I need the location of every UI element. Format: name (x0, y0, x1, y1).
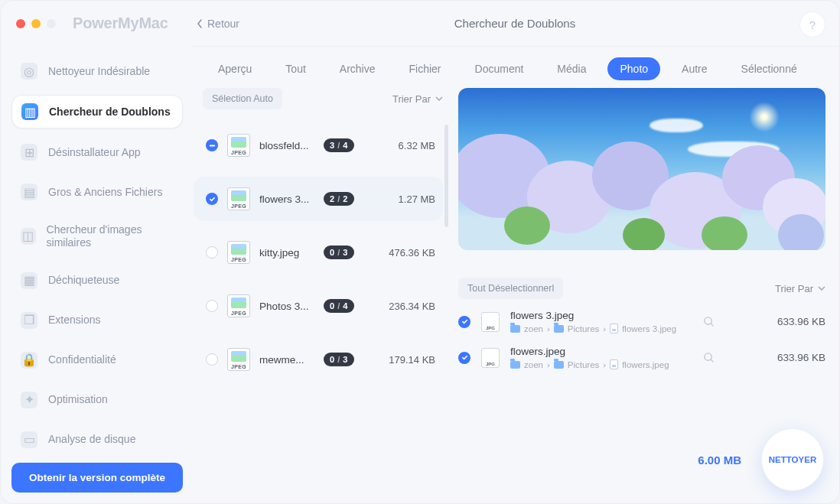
group-checkbox[interactable] (206, 139, 218, 151)
upgrade-button[interactable]: Obtenir la version complète (11, 463, 183, 493)
folder-icon (554, 325, 564, 333)
duplicate-row[interactable]: JPGflowers 3.jpeg zoen › Pictures › flow… (458, 310, 825, 333)
tab-photo[interactable]: Photo (607, 57, 660, 80)
sidebar-item-label: Gros & Anciens Fichiers (48, 186, 162, 199)
group-row[interactable]: JPEGmewme...0 / 3179.14 KB (194, 337, 443, 382)
count-badge: 0 / 3 (324, 353, 354, 366)
sidebar-item-0[interactable]: ◎Nettoyeur Indésirable (11, 55, 183, 87)
file-size: 179.14 KB (389, 354, 435, 366)
lock-icon: 🔒 (21, 352, 37, 369)
group-panel: Sélection Auto Trier Par JPEGblossfeld..… (194, 88, 443, 496)
file-thumbnail: JPEG (227, 134, 250, 157)
sidebar-item-label: Chercheur d'images similaires (47, 223, 174, 249)
sidebar-item-label: Chercheur de Doublons (49, 106, 171, 119)
preview-icon[interactable] (703, 352, 715, 363)
chevron-left-icon (197, 19, 203, 28)
sort-button-detail[interactable]: Trier Par (775, 283, 825, 294)
tab-document[interactable]: Document (463, 57, 536, 80)
folder-icon (510, 325, 520, 333)
window-controls: PowerMyMac (16, 15, 183, 32)
file-name: flowers 3... (259, 193, 314, 205)
count-badge: 3 / 4 (324, 138, 354, 152)
chevron-down-icon (435, 95, 443, 102)
duplicate-row[interactable]: JPGflowers.jpeg zoen › Pictures › flower… (458, 346, 825, 369)
file-thumbnail: JPG (481, 348, 500, 368)
chevron-down-icon (818, 285, 825, 292)
sidebar-item-label: Analyse de disque (48, 433, 135, 446)
sidebar-item-9[interactable]: ▭Analyse de disque (11, 424, 183, 456)
back-label: Retour (207, 18, 239, 30)
auto-select-button[interactable]: Sélection Auto (203, 88, 282, 109)
tab-archive[interactable]: Archive (327, 57, 388, 80)
clean-button[interactable]: NETTOYER (761, 428, 824, 491)
group-list: JPEGblossfeld...3 / 46.32 MBJPEGflowers … (194, 123, 443, 382)
duplicate-name: flowers 3.jpeg (510, 310, 692, 321)
titlebar: Retour Chercheur de Doublons ? (190, 1, 839, 47)
tab-tout[interactable]: Tout (273, 57, 317, 80)
sidebar: PowerMyMac ◎Nettoyeur Indésirable▥Cherch… (1, 1, 190, 503)
sidebar-item-label: Désinstallateur App (48, 146, 141, 159)
sidebar-item-7[interactable]: 🔒Confidentialité (11, 344, 183, 376)
rocket-icon: ✦ (21, 392, 37, 408)
sidebar-item-label: Extensions (48, 314, 100, 327)
group-row[interactable]: JPEGkitty.jpeg0 / 3476.36 KB (194, 230, 443, 275)
group-checkbox[interactable] (206, 300, 218, 312)
sort-label: Trier Par (775, 283, 813, 294)
duplicate-name: flowers.jpeg (510, 346, 692, 357)
image-icon: ◫ (21, 228, 36, 245)
sidebar-item-label: Confidentialité (48, 353, 116, 366)
zoom-window-icon[interactable] (47, 19, 56, 28)
group-checkbox[interactable] (206, 353, 218, 366)
file-size: 476.36 KB (389, 247, 435, 259)
file-size: 6.32 MB (399, 140, 435, 151)
sort-label: Trier Par (392, 93, 431, 105)
scrollbar-thumb[interactable] (444, 125, 448, 227)
sidebar-item-4[interactable]: ◫Chercheur d'images similaires (11, 216, 183, 257)
folder-icon (510, 361, 520, 369)
duplicate-path: zoen › Pictures › flowers.jpeg (510, 359, 692, 369)
group-row[interactable]: JPEGPhotos 3...0 / 4236.34 KB (194, 284, 443, 328)
group-checkbox[interactable] (206, 246, 218, 259)
tab-aperçu[interactable]: Aperçu (206, 57, 264, 80)
file-icon (610, 324, 618, 333)
duplicate-size: 633.96 KB (777, 316, 825, 327)
close-window-icon[interactable] (16, 19, 25, 28)
brand-label: PowerMyMac (73, 15, 168, 32)
tab-média[interactable]: Média (545, 57, 598, 80)
group-row[interactable]: JPEGblossfeld...3 / 46.32 MB (194, 123, 443, 167)
sidebar-item-5[interactable]: ▦Déchiqueteuse (11, 265, 183, 297)
count-badge: 0 / 3 (324, 245, 354, 259)
preview-icon[interactable] (703, 316, 715, 327)
sidebar-item-8[interactable]: ✦Optimisation (11, 384, 183, 416)
filter-tabs: AperçuToutArchiveFichierDocumentMédiaPho… (190, 47, 839, 88)
file-name: mewme... (259, 354, 314, 366)
sidebar-item-3[interactable]: ▤Gros & Anciens Fichiers (11, 176, 183, 208)
file-thumbnail: JPEG (227, 348, 250, 371)
duplicate-checkbox[interactable] (458, 316, 470, 328)
file-thumbnail: JPG (481, 312, 500, 332)
sidebar-item-6[interactable]: ❐Extensions (11, 304, 183, 337)
duplicate-size: 633.96 KB (777, 352, 825, 363)
help-button[interactable]: ? (799, 11, 825, 37)
sidebar-item-1[interactable]: ▥Chercheur de Doublons (11, 95, 183, 128)
file-name: kitty.jpeg (259, 247, 314, 259)
sidebar-nav: ◎Nettoyeur Indésirable▥Chercheur de Doub… (11, 55, 183, 456)
deselect-all-button[interactable]: Tout Déselectionnerl (458, 278, 563, 299)
tab-sélectionné[interactable]: Sélectionné (729, 57, 809, 80)
detail-toolbar: Tout Déselectionnerl Trier Par (458, 278, 825, 299)
minimize-window-icon[interactable] (31, 19, 41, 28)
main-pane: Retour Chercheur de Doublons ? AperçuTou… (190, 1, 839, 503)
sort-button-groups[interactable]: Trier Par (392, 93, 443, 105)
sidebar-item-label: Nettoyeur Indésirable (48, 65, 150, 78)
app-icon: ⊞ (21, 144, 37, 161)
file-size: 1.27 MB (399, 193, 435, 205)
puzzle-icon: ❐ (21, 312, 37, 329)
tab-fichier[interactable]: Fichier (397, 57, 454, 80)
group-row[interactable]: JPEGflowers 3...2 / 21.27 MB (194, 177, 443, 221)
group-checkbox[interactable] (206, 193, 218, 205)
tab-autre[interactable]: Autre (669, 57, 719, 80)
sidebar-item-2[interactable]: ⊞Désinstallateur App (11, 136, 183, 168)
total-size: 6.00 MB (698, 454, 741, 467)
duplicate-checkbox[interactable] (458, 352, 470, 364)
back-button[interactable]: Retour (197, 18, 239, 30)
